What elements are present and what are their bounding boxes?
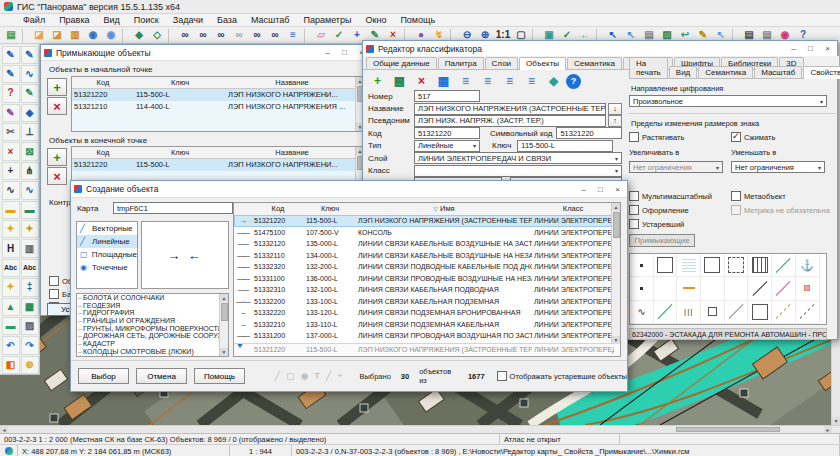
green-line-icon[interactable]: ▬ bbox=[21, 201, 39, 219]
flashlight-icon[interactable]: ✦ bbox=[2, 220, 20, 238]
column-key[interactable]: Ключ bbox=[134, 147, 226, 158]
tree-item[interactable]: ДОРОЖНАЯ СЕТЬ, ДОРОЖНЫЕ СООРУЖЕНИЯ bbox=[77, 332, 220, 340]
table-row[interactable]: – — 51332120 135-000-L ЛИНИИ СВЯЗИ КАБЕЛ… bbox=[234, 238, 612, 250]
tree-item[interactable]: БОЛОТА И СОЛОНЧАКИ bbox=[77, 294, 220, 302]
flag-checkbox[interactable]: Метрика не обязательна bbox=[731, 205, 831, 215]
minimize-button[interactable]: – bbox=[577, 185, 590, 194]
hatch-icon[interactable]: ▨ bbox=[21, 317, 39, 335]
pencil-cut-icon[interactable]: ✎ bbox=[2, 65, 20, 83]
close-button[interactable]: × bbox=[821, 44, 834, 53]
terrain-icon[interactable]: ▲ bbox=[2, 298, 20, 316]
tab[interactable]: Масштаб bbox=[754, 66, 802, 78]
tab[interactable]: Семантика bbox=[567, 57, 622, 69]
column-name[interactable]: ▽ Имя bbox=[356, 203, 532, 215]
tree-scrollbar[interactable]: ▴▾ bbox=[219, 294, 228, 356]
settings-gear-icon[interactable]: ⊛ bbox=[21, 356, 39, 374]
symcode-field[interactable]: 51321220 bbox=[556, 127, 622, 139]
layer-select[interactable]: ЛИНИИ ЭЛЕКТРОПЕРЕДАЧ И СВЯЗИ▾ bbox=[414, 152, 622, 164]
delete-object-icon[interactable]: × bbox=[412, 72, 431, 90]
table-row[interactable]: - - 51332210 133-110-L ЛИНИЯ СВЯЗИ ПОДЗЕ… bbox=[234, 319, 612, 331]
object-type-item[interactable]: ╱Векторные bbox=[77, 222, 137, 235]
app-titlebar[interactable]: ГИС "Панорама" версия 15.5.1.135 x64 bbox=[0, 0, 840, 14]
tab[interactable]: Вид bbox=[669, 66, 697, 78]
search-area-icon[interactable]: ∞ bbox=[230, 27, 248, 44]
minimize-button[interactable]: – bbox=[321, 48, 334, 57]
column-name[interactable]: Название bbox=[226, 147, 358, 158]
tree-item[interactable]: КОЛОДЦЫ СМОТРОВЫЕ (ЛЮКИ) bbox=[77, 348, 220, 356]
cancel-button[interactable]: Отмена bbox=[136, 368, 187, 384]
table-header[interactable]: Код Ключ Название bbox=[72, 77, 364, 89]
dialog-titlebar[interactable]: Редактор классификатора – □ × bbox=[363, 41, 837, 57]
table-row[interactable]: —— 51475100 107-500-V КОНСОЛЬ ЛИНИИ ЭЛЕК… bbox=[234, 227, 612, 239]
column-code[interactable]: Код bbox=[72, 77, 134, 88]
tab[interactable]: На печать bbox=[629, 57, 668, 78]
list-copy-icon[interactable]: ≡ bbox=[500, 72, 519, 90]
separator[interactable] bbox=[122, 28, 128, 43]
tab[interactable]: Семантика bbox=[698, 66, 753, 78]
close-button[interactable]: × bbox=[611, 185, 624, 194]
open-internet-icon[interactable]: ◉ bbox=[84, 27, 102, 44]
symbol-cell[interactable] bbox=[725, 277, 749, 300]
maximize-button[interactable]: □ bbox=[804, 44, 817, 53]
pencil-green-icon[interactable]: ✎ bbox=[21, 84, 39, 102]
select-confirm-icon[interactable]: ✓ bbox=[330, 27, 348, 44]
separator[interactable] bbox=[22, 28, 28, 43]
geometry-type-icon[interactable]: ◉ bbox=[300, 371, 308, 381]
code-field[interactable]: 51321220 bbox=[414, 127, 480, 139]
coordinate-system-icon[interactable] bbox=[5, 447, 13, 455]
symbol-cell[interactable] bbox=[701, 254, 725, 277]
text-icon[interactable]: Abc bbox=[2, 259, 20, 277]
tree-item[interactable]: ГИДРОГРАФИЯ bbox=[77, 309, 220, 317]
symbol-cell[interactable] bbox=[630, 277, 654, 300]
symbol-cell[interactable] bbox=[772, 277, 796, 300]
separator[interactable] bbox=[304, 28, 310, 43]
table-header[interactable]: Код Ключ Название bbox=[72, 147, 364, 159]
scissors-icon[interactable]: ✂ bbox=[2, 123, 20, 141]
dialog-titlebar[interactable]: Создание объекта – □ × bbox=[71, 181, 627, 198]
spline-icon[interactable]: ∿ bbox=[21, 65, 39, 83]
redo-icon[interactable]: ↷ bbox=[21, 336, 39, 354]
object-type-item[interactable]: ▢Площадные bbox=[77, 248, 137, 261]
tree-item[interactable]: КАДАСТР bbox=[77, 340, 220, 348]
column-key[interactable]: Ключ bbox=[134, 77, 226, 88]
table-row[interactable]: —— 51332320 132-200-L ЛИНИИ СВЯЗИ ПОДВОД… bbox=[234, 261, 612, 273]
number-field[interactable]: 517 bbox=[414, 90, 480, 102]
show-obsolete-checkbox[interactable]: Отображать устаревшие объекты bbox=[497, 371, 627, 381]
symbol-cell[interactable] bbox=[677, 301, 701, 324]
table-row[interactable]: → 51321220 115-500-L ЛЭП НИЗКОГО НАПРЯЖЕ… bbox=[234, 215, 612, 227]
move-down-button[interactable]: ↓ bbox=[608, 103, 622, 115]
edit-help-icon[interactable]: ? bbox=[2, 84, 20, 102]
save-icon[interactable]: ▦ bbox=[434, 72, 453, 90]
list-insert-icon[interactable]: ≡ bbox=[478, 72, 497, 90]
open-data-icon[interactable]: ◪ bbox=[48, 27, 66, 44]
maximize-button[interactable]: □ bbox=[338, 48, 351, 57]
symbol-cell[interactable] bbox=[654, 277, 678, 300]
table-row[interactable]: —— 51331100 136-000-L ЛИНИИ СВЯЗИ ПРОВОД… bbox=[234, 273, 612, 285]
database-icon[interactable]: ▥ bbox=[66, 27, 84, 44]
flag-checkbox[interactable]: Оформление bbox=[629, 205, 731, 215]
delete-start-object-button[interactable]: × bbox=[47, 97, 67, 115]
copy-map-icon[interactable]: ◉ bbox=[102, 27, 120, 44]
search-name-icon[interactable]: ∞ bbox=[194, 27, 212, 44]
profile-icon[interactable]: ▬ bbox=[2, 317, 20, 335]
key-field[interactable]: 115-500-L bbox=[517, 140, 613, 152]
table-row[interactable]: 51321220 115-500-L ЛЭП НИЗКОГО НАПРЯЖЕНИ… bbox=[72, 89, 364, 101]
horizontal-tool-icon[interactable]: H bbox=[2, 239, 20, 257]
size-checkbox[interactable]: Сжимать bbox=[731, 132, 831, 142]
symbol-cell[interactable] bbox=[772, 301, 796, 324]
grid-tool-icon[interactable]: ▥ bbox=[21, 239, 39, 257]
tree-item[interactable]: ГЕОДЕЗИЯ bbox=[77, 302, 220, 310]
size-checkbox[interactable]: Растягивать bbox=[629, 132, 731, 142]
menu-item[interactable]: База bbox=[210, 15, 244, 25]
crosshair-icon[interactable]: + bbox=[2, 162, 20, 180]
table-row[interactable]: – — 51332310 132-100-L ЛИНИЯ СВЯЗИ КАБЕЛ… bbox=[234, 284, 612, 296]
menu-item[interactable]: Поиск bbox=[127, 15, 166, 25]
column-name[interactable]: Название bbox=[226, 77, 358, 88]
adjacent-button[interactable]: Примыкающие bbox=[629, 234, 695, 247]
palette-icon[interactable]: ◧ bbox=[2, 356, 20, 374]
flag-checkbox[interactable]: Метаобъект bbox=[731, 191, 831, 201]
menu-item[interactable]: Окно bbox=[358, 15, 393, 25]
tab[interactable]: Слои bbox=[485, 57, 518, 69]
symbol-cell[interactable] bbox=[796, 254, 820, 277]
column-code[interactable]: Код bbox=[252, 203, 304, 215]
